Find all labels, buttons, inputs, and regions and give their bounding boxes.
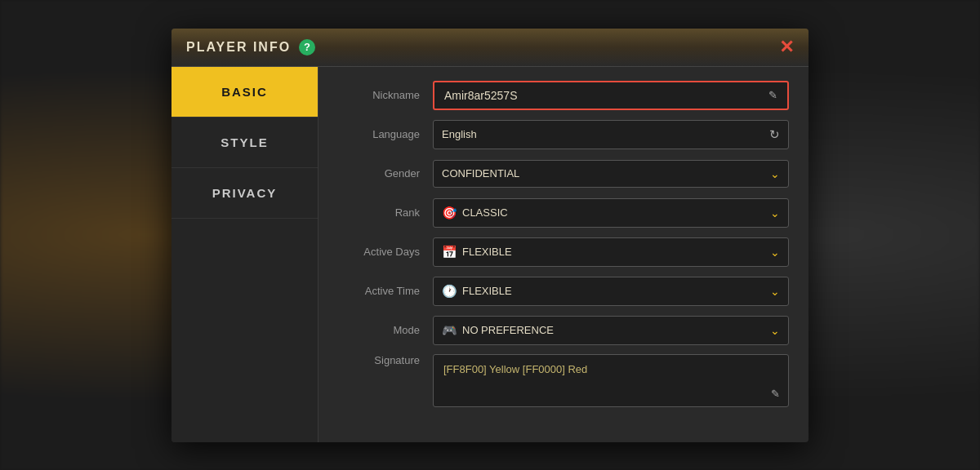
nickname-row: Nickname Amir8ar5257S ✎: [338, 80, 789, 111]
mode-icon: 🎮: [442, 323, 457, 338]
rank-select[interactable]: 🎯 CLASSIC ⌄: [433, 198, 789, 228]
active-time-label: Active Time: [338, 285, 420, 297]
mode-chevron: ⌄: [770, 324, 780, 337]
gender-label: Gender: [338, 167, 420, 180]
language-value: English: [442, 128, 477, 140]
rank-inner: 🎯 CLASSIC: [442, 206, 508, 220]
nickname-label: Nickname: [338, 89, 420, 101]
sidebar: BASIC STYLE PRIVACY: [172, 67, 318, 442]
active-days-control: 📅 FLEXIBLE ⌄: [433, 237, 789, 267]
language-control: English ↻: [433, 120, 789, 149]
nickname-edit-icon[interactable]: ✎: [768, 89, 777, 101]
language-label: Language: [338, 128, 420, 140]
sidebar-item-style[interactable]: STYLE: [172, 118, 318, 168]
sidebar-item-basic[interactable]: BASIC: [172, 67, 318, 118]
active-time-row: Active Time 🕐 FLEXIBLE ⌄: [338, 276, 789, 307]
mode-inner: 🎮 NO PREFERENCE: [442, 323, 554, 338]
mode-select[interactable]: 🎮 NO PREFERENCE ⌄: [433, 316, 789, 345]
gender-control: CONFIDENTIAL ⌄: [433, 160, 789, 188]
signature-input[interactable]: [FF8F00] Yellow [FF0000] Red ✎: [433, 354, 789, 407]
modal-body: BASIC STYLE PRIVACY Nickname Amir8ar5257…: [172, 67, 808, 442]
language-row: Language English ↻: [338, 119, 789, 150]
active-time-control: 🕐 FLEXIBLE ⌄: [433, 277, 789, 306]
mode-row: Mode 🎮 NO PREFERENCE ⌄: [338, 315, 789, 346]
signature-label: Signature: [338, 354, 420, 366]
calendar-icon: 📅: [442, 245, 457, 259]
active-days-inner: 📅 FLEXIBLE: [442, 245, 512, 259]
sidebar-item-privacy[interactable]: PRIVACY: [172, 168, 318, 219]
rank-control: 🎯 CLASSIC ⌄: [433, 198, 789, 228]
gender-value: CONFIDENTIAL: [442, 167, 519, 180]
player-info-modal: PLAYER INFO ? ✕ BASIC STYLE PRIVACY Nick…: [172, 29, 808, 442]
active-time-inner: 🕐 FLEXIBLE: [442, 284, 512, 299]
gender-select[interactable]: CONFIDENTIAL ⌄: [433, 160, 789, 188]
modal-header: PLAYER INFO ? ✕: [172, 29, 808, 67]
gender-row: Gender CONFIDENTIAL ⌄: [338, 158, 789, 189]
time-icon: 🕐: [442, 284, 457, 299]
mode-label: Mode: [338, 324, 420, 336]
active-days-row: Active Days 📅 FLEXIBLE ⌄: [338, 237, 789, 268]
mode-value: NO PREFERENCE: [462, 324, 554, 336]
active-days-label: Active Days: [338, 246, 420, 258]
signature-value: [FF8F00] Yellow [FF0000] Red: [443, 363, 778, 375]
nickname-input[interactable]: Amir8ar5257S ✎: [433, 81, 789, 110]
active-time-chevron: ⌄: [770, 285, 780, 298]
mode-control: 🎮 NO PREFERENCE ⌄: [433, 316, 789, 345]
nickname-value: Amir8ar5257S: [444, 89, 518, 102]
signature-edit-icon[interactable]: ✎: [771, 388, 780, 400]
active-days-chevron: ⌄: [770, 246, 780, 259]
rank-row: Rank 🎯 CLASSIC ⌄: [338, 197, 789, 228]
rank-value: CLASSIC: [462, 206, 508, 219]
nickname-control: Amir8ar5257S ✎: [433, 81, 789, 110]
language-refresh-icon[interactable]: ↻: [769, 127, 780, 142]
rank-label: Rank: [338, 206, 420, 219]
gender-chevron: ⌄: [770, 167, 780, 180]
rank-chevron: ⌄: [770, 206, 780, 219]
active-days-select[interactable]: 📅 FLEXIBLE ⌄: [433, 237, 789, 267]
gender-inner: CONFIDENTIAL: [442, 167, 519, 180]
language-select[interactable]: English ↻: [433, 120, 789, 149]
active-time-value: FLEXIBLE: [462, 285, 512, 297]
active-days-value: FLEXIBLE: [462, 246, 512, 258]
signature-row: Signature [FF8F00] Yellow [FF0000] Red ✎: [338, 354, 789, 407]
active-time-select[interactable]: 🕐 FLEXIBLE ⌄: [433, 277, 789, 306]
modal-title: PLAYER INFO: [186, 40, 291, 55]
signature-control: [FF8F00] Yellow [FF0000] Red ✎: [433, 354, 789, 407]
form-content: Nickname Amir8ar5257S ✎ Language English…: [318, 67, 808, 442]
rank-icon: 🎯: [442, 206, 457, 220]
close-button[interactable]: ✕: [779, 38, 794, 56]
help-icon[interactable]: ?: [299, 39, 315, 55]
modal-title-group: PLAYER INFO ?: [186, 39, 315, 55]
